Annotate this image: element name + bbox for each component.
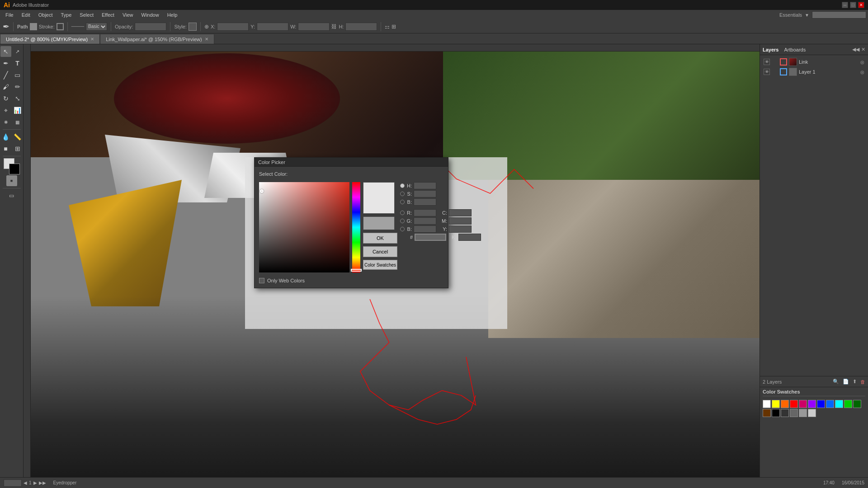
paintbrush-tool[interactable]: 🖌 — [0, 81, 11, 92]
workspace-dropdown[interactable]: ▼ — [805, 13, 809, 18]
menu-edit[interactable]: Edit — [18, 11, 34, 19]
direct-selection-tool[interactable]: ↗ — [12, 46, 23, 57]
style-box[interactable] — [189, 23, 197, 31]
transform-icon[interactable]: ⊞ — [392, 23, 396, 30]
swatch-3[interactable] — [781, 400, 789, 408]
hue-input[interactable]: 0° — [414, 182, 436, 189]
brightness-radio[interactable] — [400, 200, 405, 204]
tab-untitled-close[interactable]: ✕ — [90, 37, 94, 42]
hex-input[interactable]: E7E6E6 — [415, 234, 446, 241]
x-input[interactable]: 351.979 pt — [217, 23, 249, 31]
layer-1-target[interactable]: ◎ — [860, 70, 864, 75]
fill-box[interactable] — [30, 23, 37, 30]
color-swatches-button[interactable]: Color Swatches — [363, 260, 397, 270]
pencil-tool[interactable]: ✏ — [12, 81, 23, 92]
menu-object[interactable]: Object — [35, 11, 57, 19]
search-input[interactable] — [812, 11, 866, 19]
opacity-input[interactable]: 100% — [135, 23, 166, 31]
stroke-type-select[interactable]: Basic — [86, 23, 107, 31]
layer-row-1[interactable]: 👁 Layer 1 ◎ — [762, 67, 866, 77]
swatch-2[interactable] — [772, 400, 780, 408]
normal-mode[interactable]: ■ — [6, 175, 17, 186]
layer-link-eye[interactable]: 👁 — [764, 59, 770, 65]
swatch-14[interactable] — [781, 409, 789, 417]
swatch-4[interactable] — [790, 400, 798, 408]
ok-button[interactable]: OK — [363, 233, 397, 244]
green-radio[interactable] — [400, 219, 405, 223]
blue-radio[interactable] — [400, 227, 405, 231]
new-layer-button[interactable]: 📄 — [843, 379, 849, 385]
column-graph-tool[interactable]: ▦ — [12, 117, 23, 127]
y-input[interactable]: 373.19 pt — [257, 23, 288, 31]
saturation-input[interactable]: 0% — [414, 190, 436, 197]
k-input[interactable]: 0% — [458, 234, 481, 241]
zoom-skip[interactable]: ▶▶ — [39, 480, 46, 485]
zoom-input[interactable]: 800% — [4, 479, 22, 487]
zoom-next[interactable]: ▶ — [33, 480, 37, 485]
tab-untitled[interactable]: Untitled-2* @ 800% (CMYK/Preview) ✕ — [0, 34, 100, 44]
type-tool[interactable]: T — [12, 58, 23, 69]
swatch-8[interactable] — [826, 400, 834, 408]
swatch-16[interactable] — [799, 409, 807, 417]
gradient-tool[interactable]: ■ — [0, 143, 11, 154]
hue-radio[interactable] — [400, 183, 405, 188]
saturation-radio[interactable] — [400, 192, 405, 196]
red-input[interactable]: 231 — [414, 209, 436, 216]
symbol-tool[interactable]: ❋ — [0, 117, 11, 127]
rect-tool[interactable]: ▭ — [12, 70, 23, 80]
menu-help[interactable]: Help — [164, 11, 181, 19]
stroke-color-box[interactable] — [9, 164, 20, 174]
cancel-button[interactable]: Cancel — [363, 246, 397, 257]
link-icon[interactable]: ⛓ — [331, 23, 337, 30]
yellow-input[interactable]: 6% — [449, 225, 472, 233]
brightness-input[interactable]: 90% — [414, 198, 436, 206]
tab-artboards[interactable]: Artboards — [784, 47, 806, 52]
move-to-new-layer-button[interactable]: ⬆ — [853, 379, 857, 385]
swatch-11[interactable] — [853, 400, 861, 408]
mesh-tool[interactable]: ⊞ — [12, 143, 23, 154]
close-button[interactable]: ✕ — [858, 2, 864, 8]
make-sublayer-button[interactable]: 🔍 — [833, 379, 839, 385]
swatch-17[interactable] — [808, 409, 816, 417]
layer-row-link[interactable]: 👁 Link ◎ — [762, 57, 866, 67]
expand-layers-button[interactable]: ◀◀ — [852, 47, 859, 52]
color-gradient-field[interactable] — [259, 182, 349, 272]
green-input[interactable]: 230 — [414, 217, 436, 225]
pen-tool[interactable]: ✒ — [0, 58, 11, 69]
delete-layer-button[interactable]: 🗑 — [860, 379, 865, 385]
measure-tool[interactable]: 📏 — [12, 131, 23, 142]
layer-link-target[interactable]: ◎ — [860, 60, 864, 65]
layers-menu-button[interactable]: ✕ — [861, 47, 865, 52]
zoom-prev[interactable]: ◀ — [24, 480, 27, 485]
hue-strip[interactable] — [352, 182, 360, 272]
minimize-button[interactable]: ─ — [842, 2, 848, 8]
restore-button[interactable]: □ — [850, 2, 856, 8]
eyedropper-tool[interactable]: 💧 — [0, 131, 11, 142]
blue-input[interactable]: 230 — [414, 225, 436, 233]
red-radio[interactable] — [400, 211, 405, 215]
menu-type[interactable]: Type — [57, 11, 75, 19]
swatch-5[interactable] — [799, 400, 807, 408]
tab-layers[interactable]: Layers — [763, 47, 778, 52]
swatch-9[interactable] — [835, 400, 843, 408]
graph-tool[interactable]: 📊 — [12, 105, 23, 116]
screen-mode[interactable]: ▭ — [6, 190, 17, 201]
menu-select[interactable]: Select — [76, 11, 97, 19]
swatch-6[interactable] — [808, 400, 816, 408]
w-input[interactable]: 60.042 pt — [298, 23, 330, 31]
tab-link-wallpaper[interactable]: Link_Wallpaper.ai* @ 150% (RGB/Preview) … — [100, 34, 214, 44]
selection-tool[interactable]: ↖ — [0, 46, 11, 57]
scale-tool[interactable]: ⤡ — [12, 93, 23, 104]
warp-tool[interactable]: ⌖ — [0, 105, 11, 116]
swatch-1[interactable] — [763, 400, 771, 408]
tab-link-close[interactable]: ✕ — [205, 37, 208, 42]
line-tool[interactable]: ╱ — [0, 70, 11, 80]
only-web-colors-checkbox[interactable] — [259, 278, 264, 283]
layer-1-eye[interactable]: 👁 — [764, 69, 770, 75]
layer-1-lock[interactable] — [772, 69, 778, 75]
swatch-7[interactable] — [817, 400, 825, 408]
swatch-15[interactable] — [790, 409, 798, 417]
magenta-input[interactable]: 6% — [449, 217, 472, 225]
swatch-13[interactable] — [772, 409, 780, 417]
rotate-tool[interactable]: ↻ — [0, 93, 11, 104]
